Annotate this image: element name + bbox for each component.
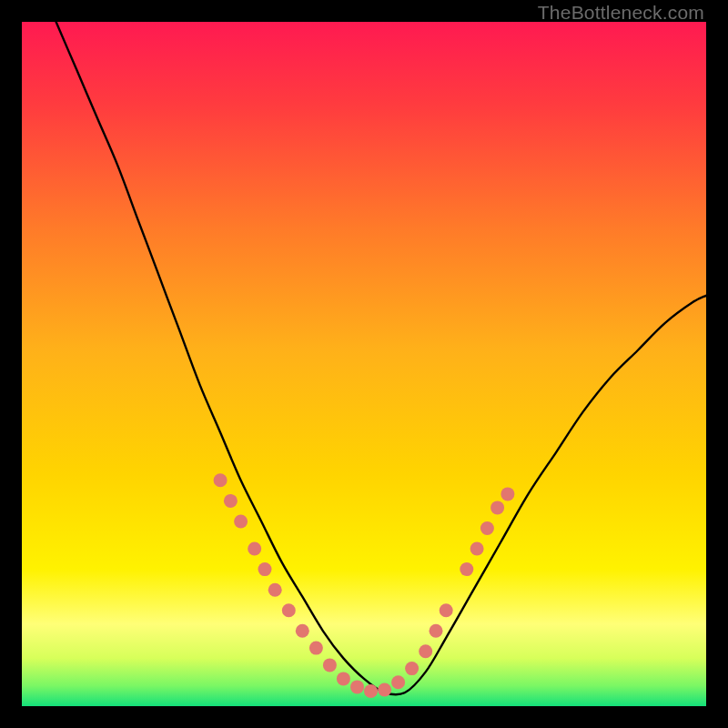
data-dot [391,675,405,689]
data-dot [378,683,391,697]
data-dot [490,500,504,514]
data-dot [350,680,364,693]
watermark-text: TheBottleneck.com [538,2,704,24]
data-dot [364,684,378,698]
gradient-background [22,22,706,706]
data-dot [500,487,514,500]
data-dot [337,672,350,685]
data-dot [282,603,296,617]
data-dot [323,658,337,672]
data-dot [214,473,228,487]
data-dot [248,542,261,556]
data-dot [224,494,238,508]
data-dot [440,603,453,617]
data-dot [480,521,494,535]
data-dot [430,624,443,638]
data-dot [419,644,432,658]
data-dot [268,583,282,597]
data-dot [309,642,323,655]
data-dot [470,542,484,556]
chart-frame [22,22,706,706]
data-dot [258,562,272,576]
data-dot [296,624,309,638]
data-dot [234,515,248,529]
data-dot [460,562,473,576]
data-dot [405,662,419,675]
chart-svg [22,22,706,706]
